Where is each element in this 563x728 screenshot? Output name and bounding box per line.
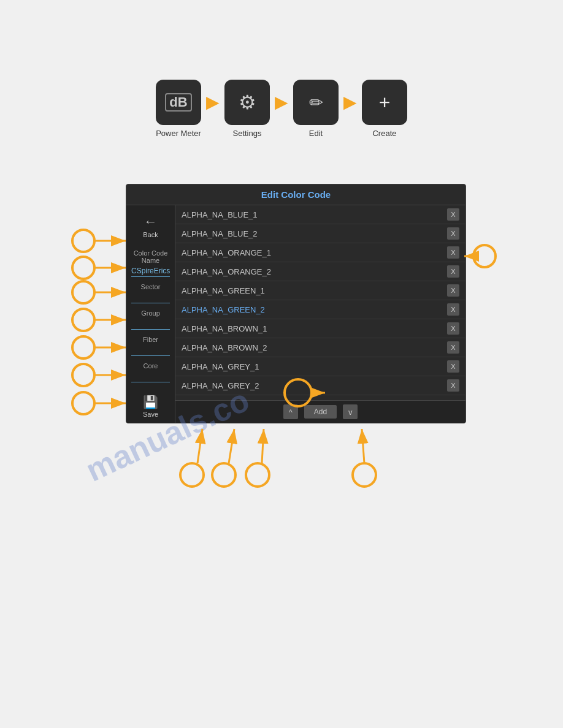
form-fields: Color Code Name Sector Group Fiber xyxy=(126,243,175,390)
list-item[interactable]: ALPHA_NA_GREY_2X xyxy=(175,376,465,395)
svg-point-25 xyxy=(353,463,376,487)
list-item[interactable]: ALPHA_NA_ORANGE_1X xyxy=(175,243,465,262)
down-button[interactable]: v xyxy=(343,404,358,419)
save-icon: 💾 xyxy=(143,395,158,409)
svg-point-23 xyxy=(246,463,269,487)
back-arrow-icon: ← xyxy=(144,214,158,230)
create-icon: + xyxy=(362,80,407,125)
workflow-step-power-meter[interactable]: dB Power Meter xyxy=(156,80,201,138)
svg-point-15 xyxy=(473,245,496,267)
power-meter-icon: dB xyxy=(156,80,201,125)
edit-color-code-dialog: Edit Color Code ← Back Color Code Name S… xyxy=(126,184,466,423)
workflow-step-settings[interactable]: ⚙ Settings xyxy=(224,80,270,138)
remove-button[interactable]: X xyxy=(447,284,459,297)
list-item[interactable]: ALPHA_NA_GREY_1X xyxy=(175,357,465,376)
settings-label: Settings xyxy=(233,129,262,138)
svg-line-24 xyxy=(262,429,264,463)
field-core: Core xyxy=(126,360,175,386)
svg-line-22 xyxy=(229,429,234,463)
field-group: Group xyxy=(126,307,175,333)
remove-button[interactable]: X xyxy=(447,341,459,354)
list-item[interactable]: ALPHA_NA_BLUE_2X xyxy=(175,224,465,243)
dialog-sidebar: ← Back Color Code Name Sector Group xyxy=(126,205,175,423)
right-panel: ALPHA_NA_BLUE_1XALPHA_NA_BLUE_2XALPHA_NA… xyxy=(175,205,465,423)
list-item-name: ALPHA_NA_ORANGE_1 xyxy=(182,248,271,257)
remove-button[interactable]: X xyxy=(447,379,459,392)
sector-label: Sector xyxy=(131,283,170,290)
svg-point-7 xyxy=(72,309,94,331)
list-item-name: ALPHA_NA_GREY_2 xyxy=(182,381,259,390)
dialog-body: ← Back Color Code Name Sector Group xyxy=(126,205,465,423)
dialog-box: Edit Color Code ← Back Color Code Name S… xyxy=(126,184,466,423)
fiber-label: Fiber xyxy=(131,336,170,343)
list-item-name: ALPHA_NA_ORANGE_2 xyxy=(182,267,271,276)
list-item-name: ALPHA_NA_BROWN_2 xyxy=(182,343,267,352)
remove-button[interactable]: X xyxy=(447,246,459,259)
field-sector: Sector xyxy=(126,281,175,307)
svg-point-1 xyxy=(72,230,94,252)
back-button[interactable]: ← Back xyxy=(126,210,175,243)
remove-button[interactable]: X xyxy=(447,303,459,316)
up-button[interactable]: ^ xyxy=(283,404,298,419)
dialog-title: Edit Color Code xyxy=(126,184,465,205)
bottom-bar: ^ Add v xyxy=(175,400,465,423)
list-item-name: ALPHA_NA_BLUE_2 xyxy=(182,229,258,238)
sector-input[interactable] xyxy=(131,292,170,303)
power-meter-label: Power Meter xyxy=(156,129,201,138)
list-item[interactable]: ALPHA_NA_BLUE_1X xyxy=(175,205,465,224)
list-item[interactable]: ALPHA_NA_BROWN_1X xyxy=(175,319,465,338)
svg-line-26 xyxy=(362,429,364,463)
workflow-step-create[interactable]: + Create xyxy=(362,80,407,138)
list-item[interactable]: ALPHA_NA_ORANGE_2X xyxy=(175,262,465,281)
list-item-name: ALPHA_NA_BROWN_1 xyxy=(182,324,267,333)
color-code-name-input[interactable] xyxy=(131,265,170,277)
add-button[interactable]: Add xyxy=(304,405,337,419)
svg-point-9 xyxy=(72,336,94,358)
remove-button[interactable]: X xyxy=(447,322,459,335)
list-item-name: ALPHA_NA_GREY_1 xyxy=(182,362,259,371)
svg-point-19 xyxy=(180,463,204,487)
group-label: Group xyxy=(131,309,170,317)
remove-button[interactable]: X xyxy=(447,208,459,221)
workflow-step-edit[interactable]: ✏ Edit xyxy=(293,80,339,138)
group-input[interactable] xyxy=(131,318,170,330)
svg-point-3 xyxy=(72,257,94,279)
remove-button[interactable]: X xyxy=(447,227,459,240)
list-item-name: ALPHA_NA_BLUE_1 xyxy=(182,210,258,219)
remove-button[interactable]: X xyxy=(447,360,459,373)
field-fiber: Fiber xyxy=(126,333,175,360)
svg-point-21 xyxy=(212,463,236,487)
list-item[interactable]: ALPHA_NA_GREEN_2X xyxy=(175,300,465,319)
list-area: ALPHA_NA_BLUE_1XALPHA_NA_BLUE_2XALPHA_NA… xyxy=(175,205,465,400)
svg-point-5 xyxy=(72,281,94,303)
create-label: Create xyxy=(372,129,396,138)
svg-line-20 xyxy=(197,429,202,463)
core-input[interactable] xyxy=(131,371,170,382)
arrow-1: ▶ xyxy=(206,92,220,112)
save-button[interactable]: 💾 Save xyxy=(126,390,175,423)
edit-label: Edit xyxy=(309,129,323,138)
save-label: Save xyxy=(143,411,158,418)
fiber-input[interactable] xyxy=(131,344,170,356)
settings-icon: ⚙ xyxy=(224,80,270,125)
arrow-2: ▶ xyxy=(275,92,288,112)
color-code-name-label: Color Code Name xyxy=(131,249,170,264)
back-label: Back xyxy=(143,231,158,238)
svg-point-11 xyxy=(72,364,94,386)
core-label: Core xyxy=(131,362,170,370)
list-item[interactable]: ALPHA_NA_GREEN_1X xyxy=(175,281,465,300)
list-item-name: ALPHA_NA_GREEN_2 xyxy=(182,305,265,314)
arrow-3: ▶ xyxy=(343,92,357,112)
list-item-name: ALPHA_NA_GREEN_1 xyxy=(182,286,265,295)
remove-button[interactable]: X xyxy=(447,265,459,278)
svg-point-13 xyxy=(72,392,94,414)
workflow-strip: dB Power Meter ▶ ⚙ Settings ▶ ✏ Edit ▶ +… xyxy=(0,0,563,138)
edit-icon: ✏ xyxy=(293,80,339,125)
field-color-code-name: Color Code Name xyxy=(126,247,175,281)
list-item[interactable]: ALPHA_NA_BROWN_2X xyxy=(175,338,465,357)
